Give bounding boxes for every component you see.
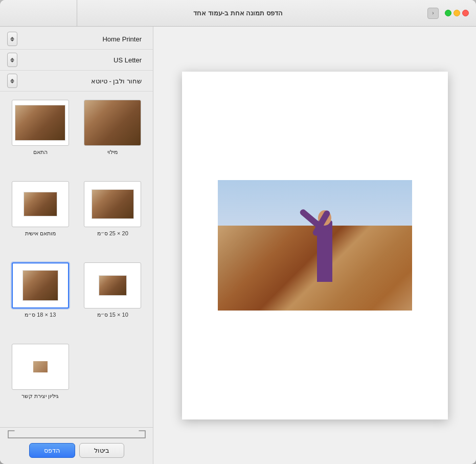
photo-preview-fit	[15, 105, 65, 141]
print-thumb-custom	[12, 181, 69, 227]
print-thumb-10x15	[84, 262, 141, 308]
yellow-traffic-light[interactable]	[454, 10, 460, 16]
right-panel	[153, 27, 476, 464]
color-stepper-down	[10, 81, 14, 83]
window-title: הדפס תמונה אחת ב-עמוד אחד	[193, 9, 283, 17]
bracket-row	[0, 428, 153, 441]
title-vertical-divider	[77, 0, 77, 27]
window-controls: ›	[427, 8, 469, 19]
paper-preview	[182, 72, 448, 419]
print-label-fill: מילוי	[107, 149, 118, 156]
content-area: Home Printer US Letter שחור ולבן - טיוטא	[0, 27, 476, 464]
printer-stepper[interactable]	[7, 32, 17, 46]
color-stepper[interactable]	[7, 74, 17, 88]
print-option-fill[interactable]: מילוי	[80, 100, 146, 175]
green-traffic-light[interactable]	[445, 10, 451, 16]
color-value[interactable]: שחור ולבן - טיוטא	[17, 77, 146, 85]
print-label-postcard: גיליון יצירת קשר	[21, 393, 59, 400]
title-bar: הדפס תמונה אחת ב-עמוד אחד ›	[0, 0, 476, 27]
preview-photo	[218, 180, 412, 311]
red-traffic-light[interactable]	[462, 10, 469, 16]
print-option-fit[interactable]: התאם	[7, 100, 74, 175]
print-button[interactable]: הדפס	[29, 443, 75, 458]
printer-stepper-down	[10, 39, 14, 41]
print-thumb-20x25	[84, 181, 141, 227]
photo-preview-postcard	[33, 361, 48, 372]
photo-preview-custom	[24, 192, 57, 216]
bracket-svg	[7, 430, 146, 439]
paper-value[interactable]: US Letter	[17, 56, 146, 64]
print-label-custom: מותאם אישית	[25, 230, 56, 237]
print-label-10x15: 10 × 15 ס״מ	[97, 312, 128, 318]
bottom-buttons: הדפס ביטול	[0, 441, 153, 458]
color-dropdown-row: שחור ולבן - טיוטא	[0, 71, 153, 92]
printer-value[interactable]: Home Printer	[17, 35, 146, 43]
print-thumb-fit	[12, 100, 69, 146]
print-label-20x25: 20 × 25 ס״מ	[97, 230, 128, 237]
print-option-20x25[interactable]: 20 × 25 ס״מ	[80, 181, 146, 256]
color-stepper-up	[10, 79, 14, 81]
print-thumb-fill	[84, 100, 141, 146]
paper-stepper-up	[10, 58, 14, 60]
print-label-fit: התאם	[33, 149, 48, 156]
print-option-10x15[interactable]: 10 × 15 ס״מ	[80, 262, 146, 338]
print-label-13x18: 13 × 18 ס״מ	[25, 312, 56, 318]
photo-preview-fill	[84, 100, 141, 145]
print-option-custom[interactable]: מותאם אישית	[7, 181, 74, 256]
expand-button[interactable]: ›	[427, 8, 439, 19]
paper-stepper-down	[10, 60, 14, 62]
printer-dropdown-row: Home Printer	[0, 27, 153, 50]
person-layer	[307, 190, 343, 282]
paper-stepper[interactable]	[7, 53, 17, 67]
print-option-13x18[interactable]: 13 × 18 ס״מ	[7, 262, 74, 338]
paper-dropdown-row: US Letter	[0, 50, 153, 71]
print-options-grid: התאם מילוי מותאם אישית	[0, 92, 153, 427]
photo-preview-10x15	[99, 275, 127, 296]
bottom-section: הדפס ביטול	[0, 427, 153, 464]
photo-preview-13x18	[22, 270, 58, 301]
cancel-button[interactable]: ביטול	[79, 443, 124, 458]
print-option-postcard[interactable]: גיליון יצירת קשר	[7, 344, 74, 419]
print-thumb-postcard	[12, 344, 69, 390]
left-panel: Home Printer US Letter שחור ולבן - טיוטא	[0, 27, 153, 464]
print-thumb-13x18	[12, 262, 69, 308]
printer-stepper-up	[10, 37, 14, 39]
photo-preview-20x25	[92, 189, 134, 218]
print-dialog-window: הדפס תמונה אחת ב-עמוד אחד › Home Printer	[0, 0, 476, 464]
